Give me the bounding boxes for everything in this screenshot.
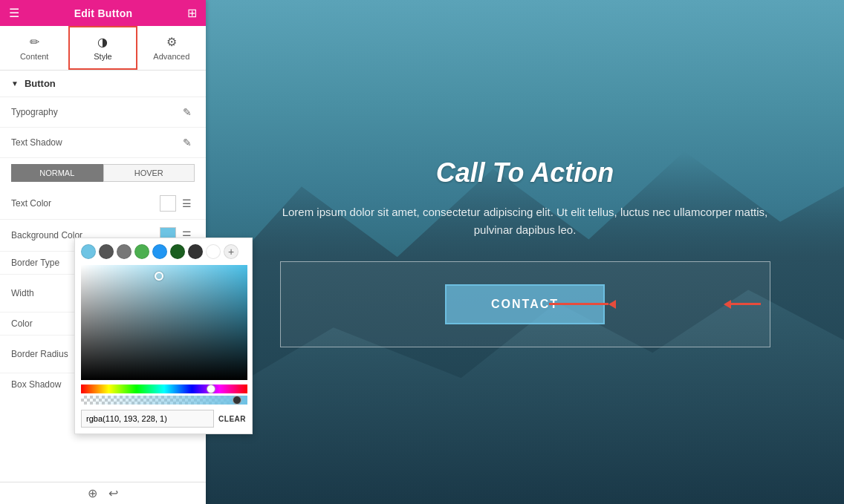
cp-swatch-black[interactable] bbox=[188, 244, 203, 259]
panel-tabs: ✏ Content ◑ Style ⚙ Advanced bbox=[0, 26, 206, 71]
tab-advanced[interactable]: ⚙ Advanced bbox=[137, 26, 206, 70]
advanced-icon: ⚙ bbox=[166, 35, 177, 49]
cp-hue-handle bbox=[207, 384, 215, 393]
cp-alpha-bar[interactable] bbox=[81, 396, 247, 405]
right-canvas: Call To Action Lorem ipsum dolor sit ame… bbox=[206, 0, 844, 504]
text-shadow-row: Text Shadow ✎ bbox=[0, 128, 206, 158]
text-color-controls: ☰ bbox=[160, 195, 195, 212]
style-icon: ◑ bbox=[97, 35, 108, 49]
button-section-header: ▼ Button bbox=[0, 71, 206, 97]
cp-swatch-dark2[interactable] bbox=[117, 244, 132, 259]
history-icon-btn[interactable]: ↩ bbox=[108, 486, 118, 500]
hamburger-icon[interactable]: ☰ bbox=[9, 6, 19, 20]
cta-description: Lorem ipsum dolor sit amet, consectetur … bbox=[280, 203, 770, 239]
cp-swatch-white[interactable] bbox=[206, 244, 221, 259]
left-arrow-indicator bbox=[724, 300, 761, 309]
panel-bottom: ⊕ ↩ bbox=[0, 482, 206, 504]
cp-color-circle bbox=[155, 272, 163, 281]
text-color-menu-btn[interactable]: ☰ bbox=[179, 196, 195, 211]
cp-swatch-green[interactable] bbox=[134, 244, 149, 259]
cp-hue-bar[interactable] bbox=[81, 384, 247, 393]
tab-content[interactable]: ✏ Content bbox=[0, 26, 68, 70]
color-picker-popup: + CLEAR bbox=[74, 238, 253, 434]
typography-label: Typography bbox=[11, 107, 180, 117]
right-arrow-indicator bbox=[549, 300, 616, 309]
tab-content-label: Content bbox=[20, 52, 49, 61]
typography-row: Typography ✎ bbox=[0, 97, 206, 128]
section-arrow-icon[interactable]: ▼ bbox=[11, 79, 19, 88]
left-arrow-head bbox=[724, 300, 731, 309]
right-arrow-line bbox=[549, 303, 608, 305]
normal-tab[interactable]: NORMAL bbox=[11, 164, 103, 182]
tab-style[interactable]: ◑ Style bbox=[68, 26, 137, 70]
canvas-content: Call To Action Lorem ipsum dolor sit ame… bbox=[265, 143, 785, 362]
typography-edit-btn[interactable]: ✎ bbox=[180, 105, 195, 120]
button-container: CONTACT bbox=[280, 261, 770, 347]
text-color-label: Text Color bbox=[11, 198, 160, 209]
tab-style-label: Style bbox=[94, 52, 111, 61]
cp-hex-input[interactable] bbox=[81, 410, 214, 428]
panel-header: ☰ Edit Button ⊞ bbox=[0, 0, 206, 26]
cp-add-swatch-btn[interactable]: + bbox=[224, 244, 238, 259]
normal-hover-tabs: NORMAL HOVER bbox=[11, 164, 195, 182]
text-color-swatch[interactable] bbox=[160, 195, 176, 212]
content-icon: ✏ bbox=[30, 35, 39, 49]
left-panel: ☰ Edit Button ⊞ ✏ Content ◑ Style ⚙ Adva… bbox=[0, 0, 206, 504]
tab-advanced-label: Advanced bbox=[153, 52, 189, 61]
hover-tab[interactable]: HOVER bbox=[103, 164, 195, 182]
panel-title: Edit Button bbox=[74, 7, 133, 19]
text-color-row: Text Color ☰ bbox=[0, 188, 206, 220]
cp-gradient-area[interactable] bbox=[81, 265, 247, 380]
text-shadow-label: Text Shadow bbox=[11, 137, 180, 148]
cta-title: Call To Action bbox=[280, 157, 770, 189]
cp-bottom: CLEAR bbox=[75, 407, 252, 428]
right-arrow-head bbox=[608, 300, 616, 309]
cp-swatch-blue[interactable] bbox=[81, 244, 96, 259]
cp-swatch-blue2[interactable] bbox=[152, 244, 167, 259]
layers-icon-btn[interactable]: ⊕ bbox=[88, 486, 97, 500]
grid-icon[interactable]: ⊞ bbox=[187, 6, 197, 20]
section-title: Button bbox=[25, 78, 56, 89]
cp-swatch-dark-green[interactable] bbox=[170, 244, 185, 259]
left-arrow-line bbox=[731, 303, 761, 305]
cp-swatches-row: + bbox=[75, 238, 252, 265]
cp-swatch-dark1[interactable] bbox=[99, 244, 114, 259]
cp-clear-button[interactable]: CLEAR bbox=[218, 415, 246, 423]
cp-alpha-handle bbox=[233, 396, 241, 405]
text-shadow-edit-btn[interactable]: ✎ bbox=[180, 135, 195, 150]
